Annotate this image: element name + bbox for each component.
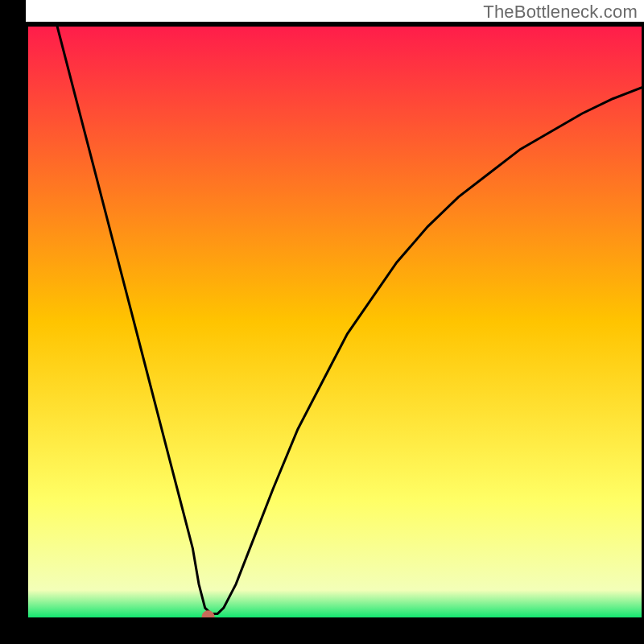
bottom-margin-band bbox=[0, 620, 644, 644]
attribution-label: TheBottleneck.com bbox=[483, 2, 638, 23]
gradient-background bbox=[26, 24, 644, 620]
left-margin-band bbox=[0, 0, 26, 644]
bottleneck-chart bbox=[0, 0, 644, 644]
chart-container: TheBottleneck.com bbox=[0, 0, 644, 644]
